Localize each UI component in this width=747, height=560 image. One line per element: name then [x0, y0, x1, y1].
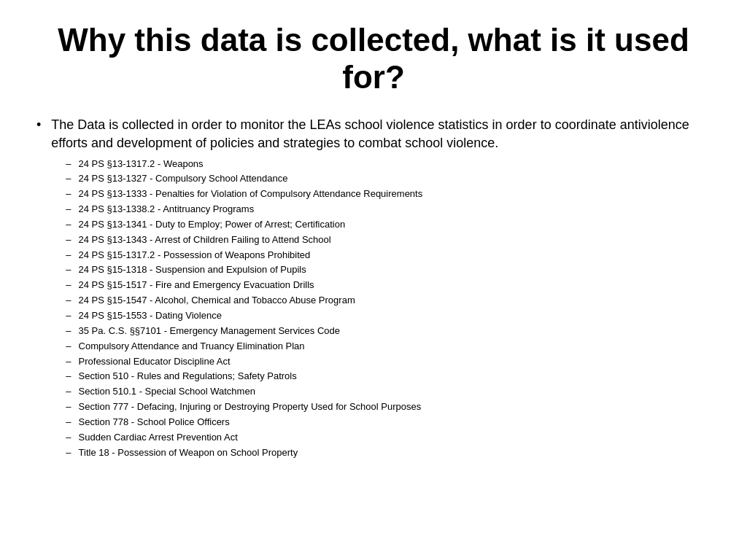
sub-dash-icon: – [66, 249, 71, 260]
sub-item-text: Section 510.1 - Special School Watchmen [79, 385, 255, 399]
sub-dash-icon: – [66, 416, 71, 427]
sub-item-text: 24 PS §13-1333 - Penalties for Violation… [79, 187, 423, 201]
sub-item-text: 24 PS §13-1317.2 - Weapons [79, 158, 204, 171]
sub-dash-icon: – [66, 173, 71, 184]
sub-item-text: 24 PS §15-1547 - Alcohol, Chemical and T… [79, 294, 355, 308]
sub-dash-icon: – [66, 219, 71, 230]
sub-item-text: 35 Pa. C.S. §§7101 - Emergency Managemen… [79, 324, 340, 338]
sub-list-item: –24 PS §15-1517 - Fire and Emergency Eva… [51, 279, 711, 292]
sub-dash-icon: – [66, 341, 71, 351]
sub-list-item: –24 PS §13-1341 - Duty to Employ; Power … [51, 218, 711, 232]
sub-item-text: 24 PS §15-1517 - Fire and Emergency Evac… [79, 279, 314, 292]
sub-dash-icon: – [66, 356, 71, 367]
sub-list-item: –Professional Educator Discipline Act [51, 355, 711, 369]
sub-item-text: Compulsory Attendance and Truancy Elimin… [79, 340, 305, 354]
sub-item-text: Section 510 - Rules and Regulations; Saf… [79, 370, 297, 384]
slide: Why this data is collected, what is it u… [0, 0, 747, 560]
sub-dash-icon: – [66, 264, 71, 275]
sub-item-text: Section 778 - School Police Officers [79, 416, 230, 429]
sub-list-item: –24 PS §13-1343 - Arrest of Children Fai… [51, 233, 711, 247]
sub-item-text: 24 PS §15-1553 - Dating Violence [79, 309, 222, 323]
sub-list-item: –35 Pa. C.S. §§7101 - Emergency Manageme… [51, 324, 711, 338]
sub-list-item: –24 PS §13-1327 - Compulsory School Atte… [51, 172, 711, 186]
sub-item-text: 24 PS §15-1317.2 - Possession of Weapons… [79, 249, 311, 262]
sub-list-item: –Section 510 - Rules and Regulations; Sa… [51, 370, 711, 384]
sub-list-item: –24 PS §15-1318 - Suspension and Expulsi… [51, 263, 711, 277]
sub-item-text: Title 18 - Possession of Weapon on Schoo… [79, 446, 298, 460]
sub-dash-icon: – [66, 203, 71, 214]
sub-list-item: –24 PS §15-1317.2 - Possession of Weapon… [51, 249, 711, 262]
sub-dash-icon: – [66, 188, 71, 199]
slide-title: Why this data is collected, what is it u… [36, 22, 711, 96]
sub-dash-icon: – [66, 310, 71, 321]
sub-item-text: Sudden Cardiac Arrest Prevention Act [79, 431, 238, 445]
sub-dash-icon: – [66, 447, 71, 458]
sub-list-item: –Sudden Cardiac Arrest Prevention Act [51, 431, 711, 445]
sub-dash-icon: – [66, 234, 71, 245]
sub-dash-icon: – [66, 401, 71, 412]
main-bullet-content: The Data is collected in order to monito… [51, 116, 711, 461]
sub-dash-icon: – [66, 158, 71, 169]
sub-list-item: –Title 18 - Possession of Weapon on Scho… [51, 446, 711, 460]
sub-list-item: –Compulsory Attendance and Truancy Elimi… [51, 340, 711, 354]
sub-item-text: 24 PS §13-1341 - Duty to Employ; Power o… [79, 218, 346, 232]
sub-item-text: Professional Educator Discipline Act [79, 355, 231, 369]
sub-dash-icon: – [66, 370, 71, 381]
sub-item-text: 24 PS §13-1343 - Arrest of Children Fail… [79, 233, 331, 247]
sub-list-item: –Section 778 - School Police Officers [51, 416, 711, 429]
sub-dash-icon: – [66, 325, 71, 336]
sub-dash-icon: – [66, 386, 71, 397]
sub-dash-icon: – [66, 295, 71, 306]
sub-list-item: –24 PS §13-1333 - Penalties for Violatio… [51, 187, 711, 201]
sub-items-list: –24 PS §13-1317.2 - Weapons–24 PS §13-13… [51, 158, 711, 460]
sub-list-item: –24 PS §13-1338.2 - Antitruancy Programs [51, 203, 711, 217]
sub-list-item: –24 PS §13-1317.2 - Weapons [51, 158, 711, 171]
content-area: • The Data is collected in order to moni… [36, 116, 711, 538]
sub-item-text: Section 777 - Defacing, Injuring or Dest… [79, 400, 422, 414]
main-bullet-list: • The Data is collected in order to moni… [36, 116, 711, 461]
sub-dash-icon: – [66, 279, 71, 290]
sub-list-item: –24 PS §15-1547 - Alcohol, Chemical and … [51, 294, 711, 308]
sub-item-text: 24 PS §13-1338.2 - Antitruancy Programs [79, 203, 255, 217]
main-bullet-item: • The Data is collected in order to moni… [36, 116, 711, 461]
sub-list-item: –Section 777 - Defacing, Injuring or Des… [51, 400, 711, 414]
sub-list-item: –Section 510.1 - Special School Watchmen [51, 385, 711, 399]
sub-list-item: –24 PS §15-1553 - Dating Violence [51, 309, 711, 323]
sub-dash-icon: – [66, 432, 71, 443]
main-bullet-text: The Data is collected in order to monito… [51, 117, 689, 150]
sub-item-text: 24 PS §15-1318 - Suspension and Expulsio… [79, 263, 306, 277]
sub-item-text: 24 PS §13-1327 - Compulsory School Atten… [79, 172, 288, 186]
bullet-dot: • [36, 117, 41, 133]
